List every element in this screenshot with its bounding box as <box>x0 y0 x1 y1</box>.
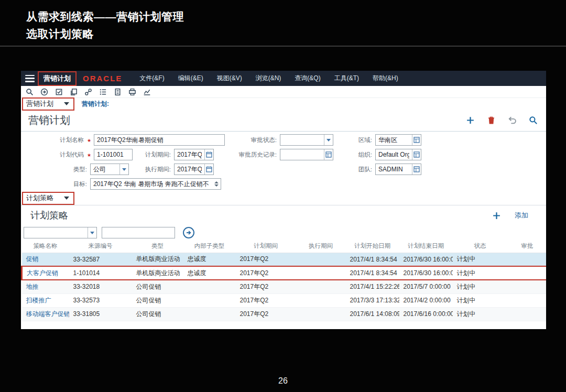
cell-source-code: 33-31805 <box>69 307 132 321</box>
query-text-input[interactable] <box>102 227 175 238</box>
list-icon[interactable] <box>99 88 107 96</box>
approval-history-label: 审批历史记录: <box>221 151 280 159</box>
strategy-name-link[interactable]: 促销 <box>26 255 39 263</box>
chevron-down-icon[interactable] <box>88 227 96 238</box>
approval-status-select[interactable] <box>280 134 333 146</box>
approval-status-label: 审批状态: <box>221 136 280 144</box>
cell-source-code: 33-32573 <box>69 293 132 307</box>
region-value[interactable] <box>376 135 412 145</box>
visibility-bar: 营销计划 营销计划: <box>21 98 546 110</box>
approval-history-field[interactable] <box>280 149 333 160</box>
undo-icon[interactable] <box>508 116 517 125</box>
hamburger-icon[interactable] <box>25 75 35 82</box>
col-type[interactable]: 类型 <box>132 240 183 253</box>
cell-start-date: 2017/6/1 14:08:09 <box>346 307 399 321</box>
plan-name-field[interactable] <box>94 135 224 145</box>
menu-navigate[interactable]: 浏览(&N) <box>256 74 281 83</box>
report-icon[interactable] <box>114 88 122 96</box>
exec-period-field[interactable] <box>174 164 214 175</box>
col-status[interactable]: 状态 <box>453 240 508 253</box>
strategy-name-link[interactable]: 扫楼推广 <box>26 297 51 304</box>
add-icon[interactable] <box>492 211 501 220</box>
region-field[interactable] <box>375 134 421 146</box>
cell-subtype: 忠诚度 <box>183 253 236 266</box>
goal-value[interactable] <box>91 179 212 189</box>
go-arrow-button[interactable] <box>183 227 194 238</box>
exec-period-label: 执行期间: <box>131 166 174 173</box>
query-field-select[interactable] <box>24 227 97 238</box>
strategy-table-body: 促销 33-32587 单机版商业活动 忠诚度 2017年Q2 2017/4/1… <box>22 253 547 321</box>
table-row[interactable]: 地推 33-32018 公司促销 2017年Q2 2017/4/1 15:22:… <box>22 280 547 293</box>
strategy-dropdown[interactable]: 计划策略 <box>23 193 73 204</box>
plan-code-field[interactable] <box>94 149 132 160</box>
pick-icon[interactable] <box>412 164 421 175</box>
col-strategy-name[interactable]: 策略名称 <box>22 240 69 253</box>
query-icon[interactable] <box>529 116 538 125</box>
chart-icon[interactable] <box>143 88 151 96</box>
type-select[interactable] <box>90 164 129 175</box>
app-window: 营销计划 ORACLE 文件(&F) 编辑(&E) 视图(&V) 浏览(&N) … <box>21 71 546 329</box>
col-source-code[interactable]: 来源编号 <box>69 240 132 253</box>
team-value[interactable] <box>376 164 412 175</box>
saved-query-icon[interactable] <box>55 88 63 96</box>
organization-value[interactable] <box>376 149 412 160</box>
strategy-query-bar <box>21 225 546 240</box>
strategy-name-link[interactable]: 大客户促销 <box>27 269 58 277</box>
organization-field[interactable] <box>375 149 421 160</box>
exec-period-value[interactable] <box>175 164 204 175</box>
plan-form: 计划名称 ★ 审批状态: 区域: 计划代码 ★ 计划期间: 审批历史记录: 组织… <box>21 132 546 191</box>
team-field[interactable] <box>375 164 421 175</box>
col-end-date[interactable]: 计划结束日期 <box>399 240 453 253</box>
spinner-icon[interactable] <box>212 179 221 189</box>
table-row[interactable]: 扫楼推广 33-32573 公司促销 2017年Q2 2017/3/3 17:1… <box>22 293 547 307</box>
type-value[interactable] <box>91 164 119 175</box>
link-icon[interactable] <box>84 88 92 96</box>
chevron-down-icon[interactable] <box>119 164 128 175</box>
menu-file[interactable]: 文件(&F) <box>139 74 164 83</box>
col-subtype[interactable]: 内部子类型 <box>183 240 236 253</box>
search-icon[interactable] <box>26 88 34 96</box>
col-exec-period[interactable]: 执行期间 <box>296 240 346 253</box>
plan-period-field[interactable] <box>174 149 214 160</box>
app-tab-marketing-plan[interactable]: 营销计划 <box>39 72 75 85</box>
menu-tools[interactable]: 工具(&T) <box>334 74 359 83</box>
col-approval[interactable]: 审批 <box>508 240 547 253</box>
strategy-tab-row: 计划策略 <box>21 191 546 205</box>
table-row-highlighted[interactable]: 大客户促销 1-101014 单机版商业活动 忠诚度 2017年Q2 2017/… <box>22 266 547 280</box>
pick-icon[interactable] <box>324 149 333 160</box>
query-field-value[interactable] <box>24 227 88 238</box>
table-row[interactable]: 移动端客户促销 33-31805 公司促销 2017年Q2 2017/6/1 1… <box>22 307 547 321</box>
cell-type: 单机版商业活动 <box>132 266 183 280</box>
menu-bar: 营销计划 ORACLE 文件(&F) 编辑(&E) 视图(&V) 浏览(&N) … <box>21 71 546 86</box>
col-plan-period[interactable]: 计划期间 <box>236 240 296 253</box>
go-icon[interactable] <box>40 88 48 96</box>
cell-plan-period: 2017年Q2 <box>236 293 296 307</box>
add-icon[interactable] <box>466 116 475 125</box>
print-icon[interactable] <box>128 88 136 96</box>
clipboard-icon[interactable] <box>70 88 78 96</box>
calendar-icon[interactable] <box>204 149 213 160</box>
menu-query[interactable]: 查询(&Q) <box>295 74 320 83</box>
cell-approval <box>508 280 547 293</box>
col-start-date[interactable]: 计划开始日期 <box>346 240 399 253</box>
menu-help[interactable]: 帮助(&H) <box>373 74 398 83</box>
approval-history-value[interactable] <box>280 149 324 160</box>
goal-field[interactable] <box>90 178 221 190</box>
pick-icon[interactable] <box>412 135 421 145</box>
delete-icon[interactable] <box>487 116 496 125</box>
strategy-name-link[interactable]: 地推 <box>26 283 39 290</box>
plan-period-value[interactable] <box>175 149 204 160</box>
strategy-name-link[interactable]: 移动端客户促销 <box>26 310 69 318</box>
table-row[interactable]: 促销 33-32587 单机版商业活动 忠诚度 2017年Q2 2017/4/1… <box>22 253 547 266</box>
pick-icon[interactable] <box>412 149 421 160</box>
required-marker: ★ <box>87 153 94 158</box>
menu-view[interactable]: 视图(&V) <box>217 74 242 83</box>
add-link[interactable]: 添加 <box>515 211 528 220</box>
calendar-icon[interactable] <box>204 164 213 175</box>
approval-status-value[interactable] <box>280 135 324 145</box>
menu-edit[interactable]: 编辑(&E) <box>178 74 203 83</box>
title-divider <box>0 46 566 47</box>
visibility-dropdown[interactable]: 营销计划 <box>23 99 73 110</box>
chevron-down-icon[interactable] <box>324 135 333 145</box>
cell-exec-period <box>296 280 346 293</box>
